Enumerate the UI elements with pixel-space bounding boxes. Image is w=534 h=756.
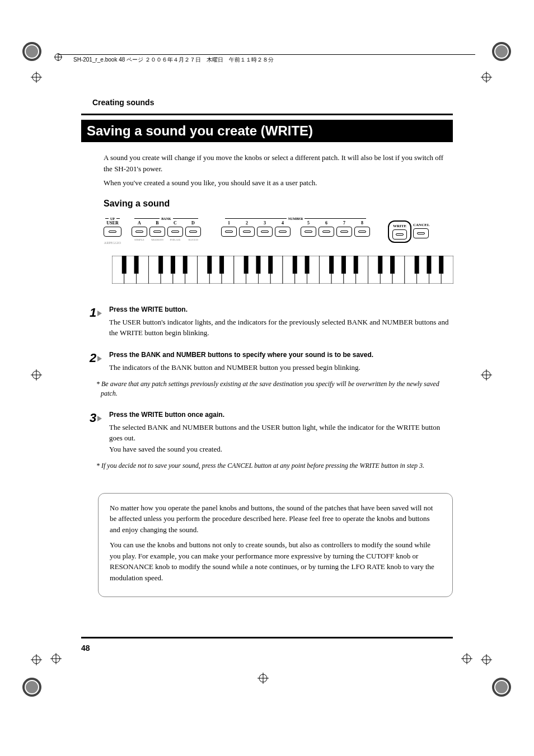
info-text-2: You can use the knobs and buttons not on… bbox=[110, 539, 441, 583]
step-2-title: Press the BANK and NUMBER buttons to spe… bbox=[109, 351, 453, 359]
svg-rect-88 bbox=[390, 256, 395, 274]
svg-rect-75 bbox=[171, 256, 175, 274]
header-text: SH-201_r_e.book 48 ページ ２００６年４月２７日 木曜日 午前… bbox=[73, 56, 274, 64]
step-2-text: The indicators of the BANK button and NU… bbox=[109, 362, 453, 373]
svg-rect-87 bbox=[378, 256, 382, 274]
write-button bbox=[392, 229, 407, 240]
keyboard-diagram bbox=[112, 256, 453, 284]
breadcrumb: Creating sounds bbox=[81, 98, 453, 107]
svg-rect-83 bbox=[305, 256, 310, 274]
crosshair-icon bbox=[50, 653, 62, 666]
registration-corner-tr bbox=[492, 42, 512, 62]
panel-diagram: UP USER ARPEGGIO BANK ASIMPLE BMODERN CP… bbox=[104, 217, 453, 297]
svg-rect-82 bbox=[293, 256, 297, 274]
step-number-1: 1 bbox=[90, 306, 104, 320]
write-button-label: WRITE bbox=[392, 224, 407, 228]
svg-rect-73 bbox=[134, 256, 139, 274]
svg-point-13 bbox=[495, 681, 508, 693]
svg-rect-79 bbox=[244, 256, 249, 274]
bank-b-button bbox=[149, 227, 165, 237]
page-title: Saving a sound you create (WRITE) bbox=[81, 120, 453, 142]
svg-point-7 bbox=[495, 45, 508, 58]
step-number-3: 3 bbox=[90, 411, 104, 425]
svg-rect-91 bbox=[439, 256, 443, 274]
crosshair-icon bbox=[481, 72, 492, 85]
info-box: No matter how you operate the panel knob… bbox=[98, 493, 453, 598]
step-3-title: Press the WRITE button once again. bbox=[109, 411, 453, 419]
crosshair-icon bbox=[461, 653, 472, 666]
step-3-text-1: The selected BANK and NUMBER buttons and… bbox=[109, 422, 453, 444]
cancel-button-label: CANCEL bbox=[413, 223, 429, 227]
section-heading: Saving a sound bbox=[81, 199, 453, 209]
registration-corner-tl bbox=[22, 42, 42, 62]
registration-corner-br bbox=[492, 678, 512, 697]
intro-text: A sound you create will change if you mo… bbox=[104, 152, 453, 174]
svg-rect-78 bbox=[219, 256, 224, 274]
print-header: SH-201_r_e.book 48 ページ ２００６年４月２７日 木曜日 午前… bbox=[59, 54, 475, 64]
info-text-1: No matter how you operate the panel knob… bbox=[110, 503, 441, 536]
svg-rect-90 bbox=[427, 256, 431, 274]
step-2-note: * Be aware that any patch settings previ… bbox=[101, 379, 453, 398]
crosshair-icon bbox=[31, 654, 42, 668]
bank-c-button bbox=[167, 227, 183, 237]
svg-rect-72 bbox=[122, 256, 127, 274]
crosshair-icon bbox=[481, 369, 492, 383]
bank-d-button bbox=[185, 227, 201, 237]
bank-a-button bbox=[132, 227, 147, 237]
divider bbox=[81, 114, 453, 115]
crosshair-icon bbox=[481, 654, 492, 668]
crosshair-icon bbox=[257, 673, 269, 686]
footer-divider bbox=[81, 637, 453, 638]
number-2-button bbox=[239, 227, 255, 237]
registration-corner-bl bbox=[22, 678, 42, 697]
user-button bbox=[104, 227, 121, 237]
step-3-text-2: You have saved the sound you created. bbox=[109, 444, 453, 455]
number-7-button bbox=[336, 227, 352, 237]
svg-rect-81 bbox=[268, 256, 273, 274]
svg-rect-89 bbox=[415, 256, 419, 274]
svg-rect-86 bbox=[354, 256, 358, 274]
step-1-title: Press the WRITE button. bbox=[109, 306, 453, 313]
number-6-button bbox=[318, 227, 334, 237]
number-8-button bbox=[354, 227, 370, 237]
step-1-text: The USER button's indicator lights, and … bbox=[109, 317, 453, 339]
page-number: 48 bbox=[81, 644, 90, 652]
svg-point-4 bbox=[26, 45, 38, 58]
intro-text: When you've created a sound you like, yo… bbox=[104, 177, 453, 189]
step-number-2: 2 bbox=[90, 351, 104, 365]
svg-rect-74 bbox=[158, 256, 163, 274]
crosshair-icon bbox=[31, 369, 42, 383]
svg-rect-80 bbox=[256, 256, 260, 274]
arpeggio-label: ARPEGGIO bbox=[104, 241, 121, 245]
step-3-note: * If you decide not to save your sound, … bbox=[101, 461, 453, 471]
cancel-button bbox=[413, 228, 429, 238]
number-1-button bbox=[221, 227, 237, 237]
svg-rect-84 bbox=[329, 256, 334, 274]
user-button-label: USER bbox=[104, 220, 121, 226]
svg-point-10 bbox=[26, 681, 38, 693]
svg-rect-77 bbox=[207, 256, 212, 274]
number-3-button bbox=[257, 227, 273, 237]
number-5-button bbox=[301, 227, 316, 237]
write-button-highlight: WRITE bbox=[388, 220, 411, 243]
svg-rect-76 bbox=[183, 256, 188, 274]
crosshair-icon bbox=[31, 72, 42, 85]
svg-rect-85 bbox=[341, 256, 346, 274]
number-4-button bbox=[275, 227, 291, 237]
